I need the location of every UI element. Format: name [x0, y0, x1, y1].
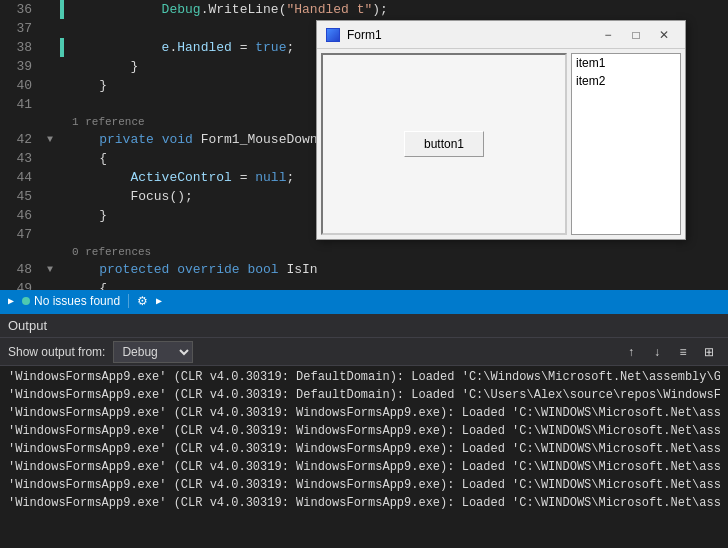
- collapse-icon-48[interactable]: ▼: [47, 264, 53, 275]
- line-numbers: 36 37 38 39 40 41 42 43 44 45 46 47 48 4…: [0, 0, 40, 290]
- output-btn-list[interactable]: ≡: [672, 341, 694, 363]
- output-line-6: 'WindowsFormsApp9.exe' (CLR v4.0.30319: …: [8, 458, 720, 476]
- output-line-3: 'WindowsFormsApp9.exe' (CLR v4.0.30319: …: [8, 404, 720, 422]
- code-line-48[interactable]: protected override bool IsIn: [64, 260, 728, 279]
- ref-label-48: 0 references: [64, 244, 728, 260]
- form-body: button1 item1 item2: [317, 49, 685, 239]
- form-titlebar: Form1 − □ ✕: [317, 21, 685, 49]
- output-toolbar: Show output from: Debug ↑ ↓ ≡ ⊞: [0, 338, 728, 366]
- gutter-ref-48: [40, 244, 60, 260]
- code-end: );: [372, 2, 388, 17]
- line-num-ref-before-48: [0, 244, 32, 260]
- code-str: "Handled t": [286, 2, 372, 17]
- output-btn-clear[interactable]: ⊞: [698, 341, 720, 363]
- form1-window[interactable]: Form1 − □ ✕ button1 item1 item2: [316, 20, 686, 240]
- editor-area: 36 37 38 39 40 41 42 43 44 45 46 47 48 4…: [0, 0, 728, 290]
- gutter-38: [40, 38, 60, 57]
- gutter-37: [40, 19, 60, 38]
- form-controls: − □ ✕: [595, 25, 677, 45]
- gutter-41: [40, 95, 60, 114]
- output-line-8: 'WindowsFormsApp9.exe' (CLR v4.0.30319: …: [8, 494, 720, 512]
- collapse-icon-42[interactable]: ▼: [47, 134, 53, 145]
- close-button[interactable]: ✕: [651, 25, 677, 45]
- gutter-39: [40, 57, 60, 76]
- output-line-1: 'WindowsFormsApp9.exe' (CLR v4.0.30319: …: [8, 368, 720, 386]
- code-writeline: WriteLine(: [208, 2, 286, 17]
- show-output-label: Show output from:: [8, 345, 105, 359]
- line-num-49: 49: [0, 279, 32, 290]
- gutter-44: [40, 168, 60, 187]
- code-eq: =: [232, 40, 255, 55]
- code-gutter: ▼ ▼: [40, 0, 60, 290]
- code-activecontrol: ActiveControl: [68, 170, 232, 185]
- no-issues-item: No issues found: [22, 294, 120, 308]
- gutter-43: [40, 149, 60, 168]
- output-line-2: 'WindowsFormsApp9.exe' (CLR v4.0.30319: …: [8, 386, 720, 404]
- form-icon: [325, 27, 341, 43]
- expand-arrow[interactable]: ▶: [8, 295, 14, 307]
- minimize-button[interactable]: −: [595, 25, 621, 45]
- line-num-47: 47: [0, 225, 32, 244]
- output-text-5: 'WindowsFormsApp9.exe' (CLR v4.0.30319: …: [8, 442, 720, 456]
- output-panel: Output Show output from: Debug ↑ ↓ ≡ ⊞ '…: [0, 312, 728, 548]
- output-btn-up[interactable]: ↑: [620, 341, 642, 363]
- line-num-40: 40: [0, 76, 32, 95]
- code-brace39: }: [68, 59, 138, 74]
- output-text-7: 'WindowsFormsApp9.exe' (CLR v4.0.30319: …: [8, 478, 720, 492]
- code-brace40: }: [68, 78, 107, 93]
- code-dot2: .: [169, 40, 177, 55]
- code-semi: ;: [286, 40, 294, 55]
- output-text-4: 'WindowsFormsApp9.exe' (CLR v4.0.30319: …: [8, 424, 720, 438]
- output-source-dropdown[interactable]: Debug: [113, 341, 193, 363]
- gutter-36: [40, 0, 60, 19]
- output-line-7: 'WindowsFormsApp9.exe' (CLR v4.0.30319: …: [8, 476, 720, 494]
- code-debug: Debug: [68, 2, 201, 17]
- code-dot: .: [201, 2, 209, 17]
- line-num-41: 41: [0, 95, 32, 114]
- gutter-45: [40, 187, 60, 206]
- form-button1[interactable]: button1: [404, 131, 484, 157]
- no-issues-text: No issues found: [34, 294, 120, 308]
- code-bool: bool: [247, 262, 286, 277]
- code-protected: protected: [68, 262, 177, 277]
- code-line-36[interactable]: Debug.WriteLine("Handled t");: [64, 0, 728, 19]
- list-item-2[interactable]: item2: [572, 72, 680, 90]
- output-title: Output: [8, 318, 47, 333]
- code-override: override: [177, 262, 247, 277]
- output-btn-down[interactable]: ↓: [646, 341, 668, 363]
- gutter-46: [40, 206, 60, 225]
- gutter-ref-42: [40, 114, 60, 130]
- line-num-44: 44: [0, 168, 32, 187]
- code-brace46: }: [68, 208, 107, 223]
- code-brace49: {: [68, 281, 107, 290]
- gutter-42[interactable]: ▼: [40, 130, 60, 149]
- line-num-48: 48: [0, 260, 32, 279]
- status-divider: [128, 294, 129, 308]
- line-num-ref-before-42: [0, 114, 32, 130]
- code-null: null: [255, 170, 286, 185]
- output-text-6: 'WindowsFormsApp9.exe' (CLR v4.0.30319: …: [8, 460, 720, 474]
- code-focus: Focus();: [68, 189, 193, 204]
- line-num-42: 42: [0, 130, 32, 149]
- form-listbox[interactable]: item1 item2: [571, 53, 681, 235]
- gutter-47: [40, 225, 60, 244]
- output-text-3: 'WindowsFormsApp9.exe' (CLR v4.0.30319: …: [8, 406, 720, 420]
- output-text-8: 'WindowsFormsApp9.exe' (CLR v4.0.30319: …: [8, 496, 720, 510]
- maximize-button[interactable]: □: [623, 25, 649, 45]
- code-line-49: {: [64, 279, 728, 290]
- gutter-48[interactable]: ▼: [40, 260, 60, 279]
- output-content[interactable]: 'WindowsFormsApp9.exe' (CLR v4.0.30319: …: [0, 366, 728, 548]
- code-eq2: =: [232, 170, 255, 185]
- code-true: true: [255, 40, 286, 55]
- gutter-40: [40, 76, 60, 95]
- output-text-1: 'WindowsFormsApp9.exe' (CLR v4.0.30319: …: [8, 370, 720, 384]
- status-bar: ▶ No issues found ⚙ ▶: [0, 290, 728, 312]
- code-semi2: ;: [286, 170, 294, 185]
- output-line-4: 'WindowsFormsApp9.exe' (CLR v4.0.30319: …: [8, 422, 720, 440]
- right-arrow[interactable]: ▶: [156, 295, 162, 307]
- list-item-1[interactable]: item1: [572, 54, 680, 72]
- form-icon-square: [326, 28, 340, 42]
- line-num-36: 36: [0, 0, 32, 19]
- form-title: Form1: [347, 28, 595, 42]
- form-main-area[interactable]: button1: [321, 53, 567, 235]
